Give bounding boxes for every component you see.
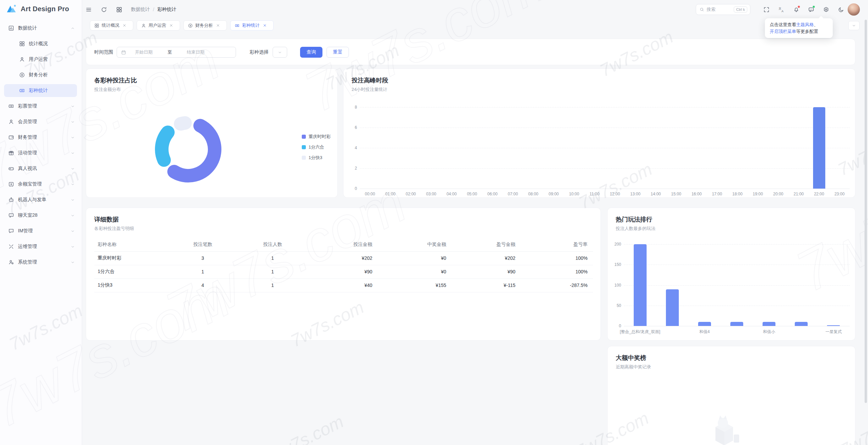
stats-icon <box>8 25 14 31</box>
sidebar-item-label: 余额宝管理 <box>18 181 42 187</box>
bar[interactable] <box>634 244 647 326</box>
robot-icon <box>8 197 14 203</box>
query-button[interactable]: 查询 <box>300 47 322 58</box>
moon-icon <box>838 6 844 13</box>
reset-button[interactable]: 重置 <box>327 47 349 58</box>
legend-label: 1分快3 <box>309 155 322 161</box>
chevron-down-icon <box>71 229 75 233</box>
sidebar-item-label: 用户运营 <box>29 56 48 62</box>
search-input[interactable]: 搜索 Ctrl k <box>696 4 750 15</box>
donut-segment[interactable] <box>181 123 185 124</box>
bell-button[interactable] <box>789 3 804 16</box>
gift-icon <box>8 150 14 156</box>
table-cell: ¥-115 <box>446 278 515 292</box>
gridline <box>360 168 850 169</box>
card-subtitle: 近期高额中奖记录 <box>616 364 651 370</box>
bar[interactable] <box>813 107 825 189</box>
tab-1[interactable]: 用户运营 <box>137 20 180 31</box>
sidebar-item-0[interactable]: 数据统计 <box>0 20 82 36</box>
start-date-placeholder[interactable]: 开始日期 <box>135 49 153 55</box>
chevron-up-icon <box>71 26 75 31</box>
bar[interactable] <box>795 322 808 326</box>
logo[interactable]: Art Design Pro <box>0 0 82 18</box>
tab-close-icon[interactable] <box>169 23 173 27</box>
y-axis-label: 6 <box>346 125 357 130</box>
bar[interactable] <box>730 322 743 326</box>
sidebar-item-12[interactable]: 聊天室28 <box>0 208 82 223</box>
peak-hours-card: 投注高峰时段 24小时投注量统计 0246800:0001:0002:0003:… <box>343 69 855 198</box>
scrollbar-thumb[interactable] <box>865 20 867 403</box>
sidebar-item-label: 会员管理 <box>18 119 37 125</box>
bar-chart-plot: 0246800:0001:0002:0003:0004:0005:0006:00… <box>360 107 850 199</box>
fullscreen-button[interactable] <box>759 3 774 16</box>
tooltip-topbar-link[interactable]: 开启顶栏菜单 <box>770 29 796 34</box>
sidebar-item-11[interactable]: 机器人与发单 <box>0 192 82 208</box>
sidebar-item-9[interactable]: 真人视讯 <box>0 161 82 176</box>
legend-item[interactable]: 重庆时时彩 <box>302 134 331 139</box>
date-range-separator: 至 <box>167 49 172 55</box>
sidebar-item-10[interactable]: 余额宝管理 <box>0 176 82 192</box>
sidebar-item-label: 彩票管理 <box>18 103 37 109</box>
moon-button[interactable] <box>833 3 848 16</box>
tab-close-icon[interactable] <box>263 23 267 27</box>
tab-3[interactable]: 彩种统计 <box>230 20 274 31</box>
table-row[interactable]: 1分快341¥40¥155¥-115-287.5% <box>94 278 593 292</box>
tab-close-icon[interactable] <box>122 23 126 27</box>
legend-item[interactable]: 1分六合 <box>302 144 331 150</box>
breadcrumb-parent[interactable]: 数据统计 <box>131 6 150 13</box>
tooltip-text: 等更多配置 <box>796 29 818 34</box>
tooltip-theme-link[interactable]: 主题风格 <box>796 22 814 27</box>
legend-item[interactable]: 1分快3 <box>302 155 331 160</box>
table-row[interactable]: 重庆时时彩31¥202¥0¥202100% <box>94 251 593 265</box>
bar[interactable] <box>666 289 679 326</box>
sidebar-item-8[interactable]: 活动管理 <box>0 145 82 161</box>
sidebar-item-label: 财务管理 <box>18 134 37 140</box>
bar[interactable] <box>698 322 711 326</box>
bar[interactable] <box>763 322 775 326</box>
search-shortcut-badge: Ctrl k <box>734 6 747 13</box>
tab-0[interactable]: 统计概况 <box>90 20 133 31</box>
table-row[interactable]: 1分六合11¥90¥0¥90100% <box>94 265 593 278</box>
y-axis-label: 4 <box>346 146 357 150</box>
chevron-down-icon <box>71 245 75 249</box>
donut-segment[interactable] <box>162 132 168 160</box>
tabbar-collapse-button[interactable] <box>848 21 860 30</box>
gear-button[interactable] <box>818 3 833 16</box>
x-axis-label: 23:00 <box>806 192 868 196</box>
sidebar-item-7[interactable]: 财务管理 <box>0 130 82 145</box>
menu-toggle-icon[interactable] <box>85 6 92 13</box>
date-range-input[interactable]: 开始日期 至 结束日期 <box>117 47 236 58</box>
gridline <box>360 148 850 148</box>
sidebar-item-4[interactable]: 彩种统计 <box>0 83 82 98</box>
donut-segment[interactable] <box>174 125 215 176</box>
tab-2[interactable]: 财务分析 <box>183 20 227 31</box>
svg-text:文: 文 <box>778 6 781 10</box>
chat-dots-button[interactable] <box>804 3 818 16</box>
sidebar-item-13[interactable]: IM管理 <box>0 223 82 239</box>
sidebar-item-6[interactable]: 会员管理 <box>0 114 82 130</box>
empty-state-illustration <box>709 414 753 445</box>
tab-close-icon[interactable] <box>216 23 220 27</box>
legend-label: 1分六合 <box>309 144 324 150</box>
sidebar-item-3[interactable]: 财务分析 <box>0 67 82 83</box>
sidebar-item-2[interactable]: 用户运营 <box>0 52 82 67</box>
notification-dot <box>812 5 815 8</box>
sidebar-item-1[interactable]: 统计概况 <box>0 36 82 52</box>
translate-button[interactable]: 文A <box>774 3 789 16</box>
table-cell: 1分快3 <box>94 278 169 292</box>
refresh-icon[interactable] <box>101 6 107 13</box>
lottery-select[interactable] <box>273 47 287 58</box>
end-date-placeholder[interactable]: 结束日期 <box>187 49 204 55</box>
sidebar-item-5[interactable]: 彩票管理 <box>0 98 82 114</box>
sidebar-item-14[interactable]: 运维管理 <box>0 239 82 254</box>
sidebar-item-15[interactable]: 系统管理 <box>0 254 82 270</box>
sidebar-item-label: 机器人与发单 <box>18 197 46 203</box>
avatar[interactable] <box>848 3 860 16</box>
y-axis-label: 0 <box>610 324 621 328</box>
fullscreen-icon <box>763 6 770 13</box>
apps-grid-icon[interactable] <box>116 6 122 13</box>
bar[interactable] <box>827 325 840 326</box>
sidebar: Art Design Pro 数据统计统计概况用户运营财务分析彩种统计彩票管理会… <box>0 0 82 445</box>
table-cell: 100% <box>515 265 593 278</box>
legend-swatch <box>302 145 306 149</box>
